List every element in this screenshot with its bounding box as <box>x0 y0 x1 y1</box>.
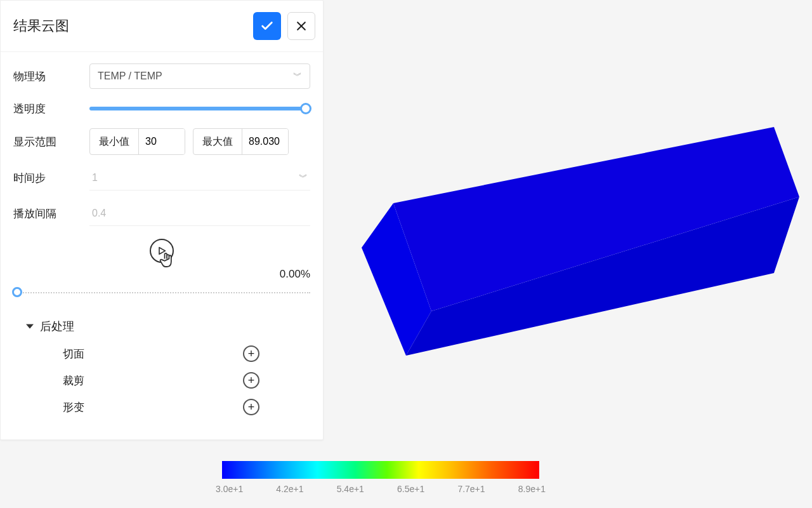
range-row: 显示范围 最小值 最大值 <box>1 123 323 160</box>
opacity-slider[interactable] <box>89 102 310 115</box>
tick: 7.7e+1 <box>457 484 485 494</box>
tick: 5.4e+1 <box>337 484 364 494</box>
panel-header: 结果云图 <box>1 1 323 52</box>
timestep-select[interactable]: 1 ︾ <box>89 165 310 190</box>
physics-label: 物理场 <box>13 69 89 84</box>
tree-child-clip: 裁剪 + <box>26 367 310 394</box>
tree-parent-label: 后处理 <box>40 319 74 334</box>
interval-input[interactable] <box>89 201 310 226</box>
contour-solid <box>355 127 799 394</box>
progress-row <box>1 288 323 309</box>
panel-title: 结果云图 <box>13 17 69 36</box>
physics-row: 物理场 TEMP / TEMP ︾ <box>1 58 323 94</box>
tree-child-section: 切面 + <box>26 340 310 367</box>
tree-child-label: 切面 <box>63 347 84 361</box>
interval-row: 播放间隔 <box>1 196 323 231</box>
play-icon <box>157 246 167 256</box>
tree-parent-postprocess[interactable]: 后处理 <box>26 314 310 340</box>
close-icon <box>295 20 308 32</box>
range-label: 显示范围 <box>13 135 89 149</box>
settings-panel: 结果云图 物理场 TEMP / TEMP ︾ 透明度 <box>0 0 324 440</box>
panel-body: 物理场 TEMP / TEMP ︾ 透明度 显示范围 最小值 <box>1 52 323 439</box>
chevron-down-icon: ︾ <box>293 70 302 82</box>
max-group: 最大值 <box>193 128 289 155</box>
svg-marker-3 <box>26 324 34 328</box>
confirm-button[interactable] <box>253 12 281 40</box>
tree-child-label: 形变 <box>63 400 84 415</box>
physics-value: TEMP / TEMP <box>98 70 162 82</box>
caret-down-icon <box>26 323 34 330</box>
opacity-row: 透明度 <box>1 94 323 123</box>
add-deform-button[interactable]: + <box>243 399 259 415</box>
header-buttons <box>253 12 315 40</box>
max-input[interactable] <box>242 129 288 154</box>
tick: 4.2e+1 <box>276 484 303 494</box>
check-icon <box>260 19 274 33</box>
min-group: 最小值 <box>89 128 185 155</box>
tree-child-deform: 形变 + <box>26 394 310 420</box>
svg-marker-2 <box>159 248 165 255</box>
postprocess-tree: 后处理 切面 + 裁剪 + 形变 + <box>1 309 323 420</box>
tick: 6.5e+1 <box>397 484 424 494</box>
tick: 3.0e+1 <box>216 484 243 494</box>
timestep-value: 1 <box>92 172 98 184</box>
plus-icon: + <box>248 375 255 386</box>
timestep-label: 时间步 <box>13 171 89 185</box>
plus-icon: + <box>248 348 255 359</box>
min-input[interactable] <box>139 129 185 154</box>
progress-slider[interactable] <box>13 292 310 293</box>
add-clip-button[interactable]: + <box>243 372 259 389</box>
interval-label: 播放间隔 <box>13 206 89 221</box>
opacity-label: 透明度 <box>13 102 89 116</box>
progress-thumb[interactable] <box>12 287 22 297</box>
viewport-3d[interactable] <box>330 0 812 508</box>
slider-thumb[interactable] <box>300 103 311 114</box>
min-label: 最小值 <box>90 129 139 154</box>
add-section-button[interactable]: + <box>243 345 259 362</box>
play-row <box>1 231 323 265</box>
close-button[interactable] <box>287 12 315 40</box>
slider-track <box>89 107 310 110</box>
tick: 8.9e+1 <box>518 484 546 494</box>
colorbar-gradient <box>222 461 539 479</box>
colorbar-ticks: 3.0e+1 4.2e+1 5.4e+1 6.5e+1 7.7e+1 8.9e+… <box>216 484 546 494</box>
timestep-row: 时间步 1 ︾ <box>1 160 323 196</box>
colorbar: 3.0e+1 4.2e+1 5.4e+1 6.5e+1 7.7e+1 8.9e+… <box>222 461 539 494</box>
play-button[interactable] <box>150 239 174 263</box>
percent-display: 0.00% <box>1 265 323 288</box>
chevron-down-icon: ︾ <box>299 172 308 184</box>
tree-child-label: 裁剪 <box>63 373 84 388</box>
max-label: 最大值 <box>193 129 242 154</box>
physics-select[interactable]: TEMP / TEMP ︾ <box>89 64 310 89</box>
plus-icon: + <box>248 401 255 413</box>
